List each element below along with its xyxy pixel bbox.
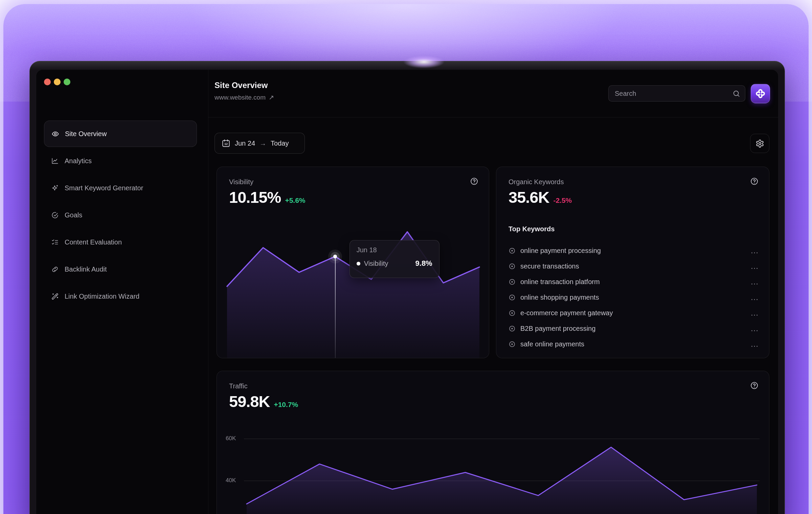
sidebar-item-backlink-audit[interactable]: Backlink Audit <box>44 256 197 282</box>
circle-dot-icon <box>509 294 516 301</box>
date-range-picker[interactable]: 12 Jun 24 → Today <box>215 133 305 154</box>
gear-icon <box>755 139 764 148</box>
keyword-row: B2B payment processing… <box>509 321 759 336</box>
app-window: Site Overview Analytics Smart Keyword Ge… <box>29 61 785 514</box>
visibility-value-row: 10.15% +5.6% <box>229 188 306 207</box>
keyword-label: online payment processing <box>520 247 746 255</box>
top-keywords-title: Top Keywords <box>509 225 555 233</box>
sidebar-item-label: Goals <box>65 211 82 219</box>
calendar-icon: 12 <box>222 139 230 148</box>
keyword-row: secure transactions… <box>509 258 759 274</box>
keyword-row: e-commerce payment gateway… <box>509 305 759 321</box>
link-icon <box>51 265 59 273</box>
help-icon[interactable] <box>750 177 759 186</box>
page-title: Site Overview <box>215 81 274 90</box>
eye-icon <box>51 130 59 138</box>
search-icon <box>732 90 740 98</box>
sidebar-item-content-evaluation[interactable]: Content Evaluation <box>44 229 197 255</box>
keyword-menu-button[interactable]: … <box>750 280 759 283</box>
app-logo-button[interactable] <box>751 84 770 103</box>
circle-dot-icon <box>509 263 516 270</box>
sidebar-item-label: Content Evaluation <box>65 238 122 246</box>
sidebar-item-analytics[interactable]: Analytics <box>44 148 197 174</box>
traffic-delta: +10.7% <box>274 401 298 409</box>
sidebar-item-label: Smart Keyword Generator <box>65 184 143 192</box>
minimize-window-button[interactable] <box>54 79 61 85</box>
search-input[interactable] <box>609 86 745 101</box>
keyword-label: e-commerce payment gateway <box>520 309 746 317</box>
hover-point-marker <box>333 255 337 258</box>
keyword-menu-button[interactable]: … <box>750 342 759 346</box>
header-divider <box>208 117 778 117</box>
visibility-card-title: Visibility <box>229 178 253 186</box>
search-box <box>608 85 745 102</box>
circle-dot-icon <box>509 325 516 332</box>
maximize-window-button[interactable] <box>64 79 70 85</box>
external-link-icon: ↗ <box>269 93 274 101</box>
y-axis-tick: 40K <box>226 477 241 484</box>
traffic-card: Traffic 59.8K +10.7% 60K40K <box>217 371 769 514</box>
keyword-label: B2B payment processing <box>520 325 746 333</box>
visibility-card: Visibility 10.15% +5.6% Jun 18 Visibilit… <box>217 167 489 358</box>
date-range-start: Jun 24 <box>235 140 255 147</box>
keyword-menu-button[interactable]: … <box>750 327 759 330</box>
top-keywords-list: online payment processing…secure transac… <box>509 243 759 352</box>
visibility-delta: +5.6% <box>285 196 305 205</box>
svg-text:12: 12 <box>224 142 228 146</box>
tooltip-date: Jun 18 <box>357 246 432 254</box>
app-surface: Site Overview Analytics Smart Keyword Ge… <box>36 69 779 514</box>
window-controls <box>44 79 70 85</box>
organic-keywords-card-title: Organic Keywords <box>509 178 564 186</box>
settings-button[interactable] <box>750 134 769 153</box>
sidebar-item-site-overview[interactable]: Site Overview <box>44 121 197 147</box>
keyword-menu-button[interactable]: … <box>750 249 759 252</box>
sidebar-item-goals[interactable]: Goals <box>44 202 197 228</box>
traffic-chart[interactable] <box>244 418 760 514</box>
organic-keywords-value-row: 35.6K -2.5% <box>509 188 572 207</box>
sidebar-item-link-optimization-wizard[interactable]: Link Optimization Wizard <box>44 283 197 309</box>
chart-line-icon <box>51 157 59 165</box>
keyword-label: online shopping payments <box>520 294 746 301</box>
circle-dot-icon <box>509 247 516 254</box>
circle-dot-icon <box>509 341 516 348</box>
tooltip-series-label: Visibility <box>364 260 412 267</box>
traffic-value-row: 59.8K +10.7% <box>229 392 298 411</box>
keyword-menu-button[interactable]: … <box>750 311 759 315</box>
visibility-value: 10.15% <box>229 188 281 207</box>
circle-dot-icon <box>509 278 516 285</box>
keyword-label: online transaction platform <box>520 278 746 286</box>
circle-check-icon <box>51 211 59 219</box>
sidebar-item-smart-keyword-generator[interactable]: Smart Keyword Generator <box>44 175 197 201</box>
organic-keywords-card: Organic Keywords 35.6K -2.5% Top Keyword… <box>496 167 769 358</box>
help-icon[interactable] <box>750 381 759 390</box>
pinwheel-logo-icon <box>755 88 766 99</box>
traffic-card-title: Traffic <box>229 382 247 390</box>
keyword-label: safe online payments <box>520 340 746 348</box>
sidebar: Site Overview Analytics Smart Keyword Ge… <box>36 70 208 514</box>
traffic-value: 59.8K <box>229 392 270 411</box>
sidebar-item-label: Backlink Audit <box>65 265 107 273</box>
arrow-right-icon: → <box>260 140 266 147</box>
y-axis-tick: 60K <box>226 435 241 442</box>
site-domain-link[interactable]: www.website.com ↗ <box>215 93 274 101</box>
page-header: Site Overview www.website.com ↗ <box>215 81 274 101</box>
sidebar-item-label: Site Overview <box>65 130 107 138</box>
keyword-label: secure transactions <box>520 262 746 270</box>
keyword-menu-button[interactable]: … <box>750 264 759 268</box>
sparkles-icon <box>51 184 59 192</box>
sidebar-item-label: Link Optimization Wizard <box>65 293 139 300</box>
help-icon[interactable] <box>470 177 478 186</box>
sidebar-nav: Site Overview Analytics Smart Keyword Ge… <box>44 121 197 310</box>
keyword-row: online shopping payments… <box>509 290 759 305</box>
keyword-row: online payment processing… <box>509 243 759 258</box>
visibility-chart[interactable]: Jun 18 Visibility 9.8% <box>217 218 489 358</box>
hover-crosshair-line <box>335 256 336 358</box>
domain-text: www.website.com <box>215 94 266 101</box>
keyword-menu-button[interactable]: … <box>750 296 759 299</box>
list-checks-icon <box>51 238 59 246</box>
screenshot-stage: Site Overview Analytics Smart Keyword Ge… <box>0 0 812 514</box>
sidebar-item-label: Analytics <box>65 157 92 165</box>
close-window-button[interactable] <box>44 79 51 85</box>
circle-dot-icon <box>509 309 516 317</box>
keyword-row: online transaction platform… <box>509 274 759 290</box>
